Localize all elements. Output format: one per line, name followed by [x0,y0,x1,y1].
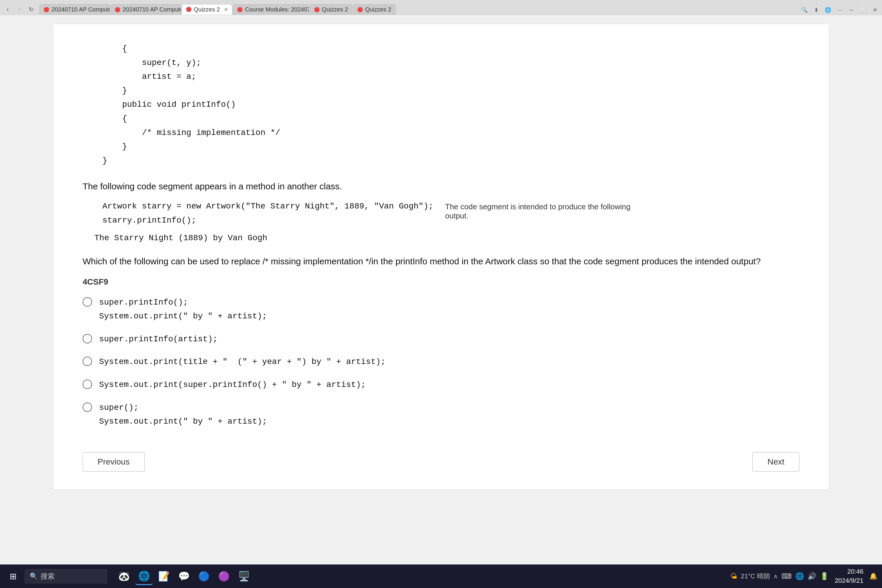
tab-2[interactable]: 20240710 AP Computer S [111,4,181,15]
network-icon[interactable]: 🌐 [795,572,804,580]
taskbar: ⊞ 🔍 搜索 🐼 🌐 📝 💬 🔵 🟣 🖥️ 🌤 21°C 晴朗 ∧ ⌨ 🌐 🔊 … [0,564,882,588]
code-block-top: { super(t, y); artist = a; } public void… [82,42,800,168]
tab-label-6: Quizzes 2 [365,6,392,13]
option-a-code: super.printInfo(); System.out.print(" by… [99,296,267,323]
download-icon[interactable]: ⬇ [812,5,821,15]
artwork-section: Artwork starry = new Artwork("The Starry… [82,200,800,227]
output-text: The Starry Night (1889) by Van Gogh [94,233,267,243]
search-icon[interactable]: 🔍 [800,5,809,15]
tab-6[interactable]: Quizzes 2 [353,4,396,15]
taskbar-apps: 🐼 🌐 📝 💬 🔵 🟣 🖥️ [115,567,253,585]
caret-up-icon[interactable]: ∧ [774,573,778,580]
taskbar-sys-icons: 🌤 21°C 晴朗 ∧ ⌨ 🌐 🔊 🔋 [730,572,829,580]
option-e: super(); System.out.print(" by " + artis… [82,401,800,429]
taskbar-search-icon: 🔍 [30,572,38,580]
tab-favicon-6 [357,7,363,12]
taskbar-chrome-app[interactable]: 🌐 [135,567,153,585]
tab-close-3[interactable]: ✕ [224,7,228,12]
taskbar-search[interactable]: 🔍 搜索 [25,569,107,583]
taskbar-panda-app[interactable]: 🐼 [115,567,133,585]
browser-back[interactable]: ‹ [2,4,13,15]
tab-1[interactable]: 20240710 AP Computer S [39,4,110,15]
tab-label-4: Course Modules: 202407 [245,6,309,13]
option-d-code: System.out.print(super.printInfo() + " b… [99,378,366,392]
taskbar-word-app[interactable]: 📝 [155,567,173,585]
callout-text: The code segment is intended to produce … [445,202,651,220]
option-c: System.out.print(title + " (" + year + "… [82,355,800,369]
tab-favicon-5 [314,7,320,12]
notification-icon[interactable]: 🔔 [869,572,877,580]
tab-label-1: 20240710 AP Computer S [51,6,110,13]
page-area: { super(t, y); artist = a; } public void… [53,24,829,489]
description-text: The following code segment appears in a … [82,179,800,194]
answer-options: super.printInfo(); System.out.print(" by… [82,296,800,429]
tab-favicon-1 [44,7,49,12]
taskbar-purple-app[interactable]: 🟣 [215,567,233,585]
tabs-bar: ‹ › ↻ 20240710 AP Computer S 20240710 AP… [0,0,882,15]
taskbar-edge-app[interactable]: 🔵 [195,567,213,585]
browser-reload[interactable]: ↻ [26,4,36,15]
close-icon[interactable]: ✕ [870,5,880,15]
tab-favicon-3 [186,7,191,12]
taskbar-search-label: 搜索 [40,572,55,581]
clock-time: 20:46 [835,567,864,576]
keyboard-icon[interactable]: ⌨ [782,572,792,580]
weather-text: 21°C 晴朗 [741,572,770,580]
artwork-code: Artwork starry = new Artwork("The Starry… [82,200,434,227]
option-b: super.printInfo(artist); [82,332,800,346]
nav-buttons-bottom: Previous Next [82,452,800,472]
browser-forward[interactable]: › [14,4,25,15]
option-a: super.printInfo(); System.out.print(" by… [82,296,800,323]
tab-5[interactable]: Quizzes 2 [310,4,352,15]
taskbar-clock: 20:46 2024/9/21 [835,567,864,585]
taskbar-wechat-app[interactable]: 💬 [175,567,193,585]
radio-d[interactable] [82,380,92,389]
tab-4[interactable]: Course Modules: 202407 [233,4,309,15]
more-icon[interactable]: ⋯ [835,5,844,15]
radio-c[interactable] [82,357,92,366]
question-id: 4CSF9 [82,277,800,286]
browser-chrome: ‹ › ↻ 20240710 AP Computer S 20240710 AP… [0,0,882,15]
next-button[interactable]: Next [752,452,800,472]
radio-b[interactable] [82,334,92,344]
radio-a[interactable] [82,297,92,307]
volume-icon[interactable]: 🔊 [808,572,816,580]
previous-button[interactable]: Previous [82,452,145,472]
radio-e[interactable] [82,402,92,412]
tab-label-5: Quizzes 2 [322,6,348,13]
weather-icon: 🌤 [730,572,737,580]
clock-date: 2024/9/21 [835,576,864,585]
which-question: Which of the following can be used to re… [82,254,800,268]
tab-favicon-2 [115,7,120,12]
taskbar-terminal-app[interactable]: 🖥️ [235,567,253,585]
option-e-code: super(); System.out.print(" by " + artis… [99,401,267,429]
taskbar-right: 🌤 21°C 晴朗 ∧ ⌨ 🌐 🔊 🔋 20:46 2024/9/21 🔔 [730,567,877,585]
main-content-area: { super(t, y); artist = a; } public void… [0,15,882,544]
tab-3[interactable]: Quizzes 2 ✕ [182,4,232,15]
maximize-icon[interactable]: ⬜ [858,5,868,15]
output-line: The Starry Night (1889) by Van Gogh [94,233,800,243]
globe-icon[interactable]: 🌐 [823,5,832,15]
option-b-code: super.printInfo(artist); [99,332,218,346]
tab-label-3: Quizzes 2 [194,6,220,13]
option-c-code: System.out.print(title + " (" + year + "… [99,355,386,369]
start-button[interactable]: ⊞ [5,568,21,585]
option-d: System.out.print(super.printInfo() + " b… [82,378,800,392]
minimize-icon[interactable]: ─ [847,5,856,15]
battery-icon[interactable]: 🔋 [820,572,829,580]
tab-label-2: 20240710 AP Computer S [123,6,181,13]
tab-favicon-4 [237,7,243,12]
